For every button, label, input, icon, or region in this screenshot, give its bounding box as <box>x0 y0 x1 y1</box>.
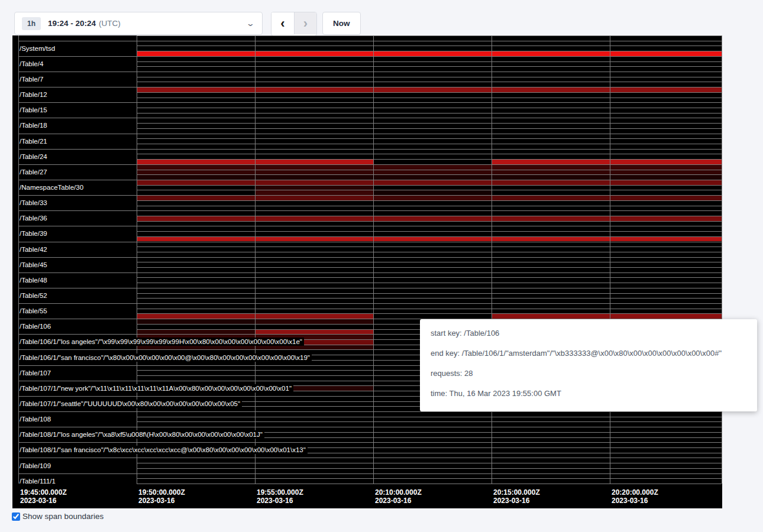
now-button[interactable]: Now <box>322 12 361 35</box>
heatmap-cell[interactable] <box>492 51 610 56</box>
heatmap-cell[interactable] <box>256 237 373 242</box>
heatmap-cell[interactable] <box>374 170 492 175</box>
row-label: /Table/45 <box>19 261 49 269</box>
grid-line <box>18 118 722 118</box>
heatmap-cell[interactable] <box>492 165 610 170</box>
heatmap-cell[interactable] <box>492 87 610 92</box>
heatmap-cell[interactable] <box>137 180 255 185</box>
tooltip-time: time: Thu, 16 Mar 2023 19:55:00 GMT <box>431 388 746 400</box>
heatmap-cell[interactable] <box>256 216 373 221</box>
next-range-button[interactable]: › <box>294 12 316 34</box>
grid-line <box>137 298 722 299</box>
heatmap-cell[interactable] <box>256 190 373 195</box>
heatmap-cell[interactable] <box>137 160 255 164</box>
row-label: /Table/106/1/"san francisco"/"\x80\x00\x… <box>19 353 312 362</box>
heatmap-cell[interactable] <box>374 175 492 180</box>
grid-line <box>137 35 137 484</box>
grid-line <box>18 41 722 41</box>
row-label: /Table/21 <box>19 137 49 145</box>
heatmap-cell[interactable] <box>137 175 255 180</box>
heatmap-cell[interactable] <box>256 319 373 324</box>
grid-line <box>137 417 722 417</box>
heatmap-cell[interactable] <box>256 160 373 164</box>
heatmap-cell[interactable] <box>610 180 722 185</box>
heatmap-cell[interactable] <box>137 87 255 92</box>
heatmap-cell[interactable] <box>137 165 255 170</box>
heatmap-cell[interactable] <box>374 180 492 185</box>
grid-line <box>137 92 722 93</box>
x-axis-tick: 19:55:00.000Z2023-03-16 <box>257 488 303 505</box>
heatmap-cell[interactable] <box>492 180 610 185</box>
heatmap-cell[interactable] <box>610 314 722 319</box>
heatmap-cell[interactable] <box>256 87 373 92</box>
grid-line <box>137 421 722 422</box>
duration-badge: 1h <box>22 17 41 30</box>
heatmap-cell[interactable] <box>492 196 610 200</box>
heatmap-cell[interactable] <box>610 87 722 92</box>
heatmap-cell[interactable] <box>256 180 373 185</box>
heatmap-cell[interactable] <box>137 216 255 221</box>
heatmap-cell[interactable] <box>610 165 722 170</box>
key-visualizer-canvas[interactable]: /System/tsd/Table/4/Table/7/Table/12/Tab… <box>12 35 722 508</box>
heatmap-cell[interactable] <box>492 216 610 221</box>
heatmap-cell[interactable] <box>610 170 722 175</box>
heatmap-cell[interactable] <box>137 314 255 319</box>
heatmap-cell[interactable] <box>137 237 255 242</box>
show-span-boundaries-checkbox[interactable] <box>12 512 20 521</box>
grid-line <box>18 102 722 103</box>
grid-line <box>137 154 722 154</box>
heatmap-cell[interactable] <box>374 87 492 92</box>
heatmap-cell[interactable] <box>137 330 255 335</box>
heatmap-cell[interactable] <box>492 175 610 180</box>
heatmap-cell[interactable] <box>374 51 492 56</box>
heatmap-cell[interactable] <box>256 51 373 56</box>
heatmap-cell[interactable] <box>374 165 492 170</box>
heatmap-cell[interactable] <box>256 330 373 335</box>
heatmap-cell[interactable] <box>374 196 492 200</box>
x-axis-tick: 20:20:00.000Z2023-03-16 <box>612 488 658 505</box>
heatmap-cell[interactable] <box>256 186 373 190</box>
grid-line <box>137 185 722 186</box>
row-label: /Table/108 <box>19 415 53 423</box>
heatmap-cell[interactable] <box>374 237 492 242</box>
row-label: /Table/18 <box>19 121 49 129</box>
heatmap-cell[interactable] <box>256 314 373 319</box>
heatmap-cell[interactable] <box>137 319 255 324</box>
row-label: /Table/39 <box>19 229 49 238</box>
prev-range-button[interactable]: ‹ <box>271 12 294 34</box>
chevron-down-icon: ⌄ <box>246 19 255 28</box>
heatmap-cell[interactable] <box>256 170 373 175</box>
heatmap-cell[interactable] <box>610 196 722 200</box>
tooltip-start-key: start key: /Table/106 <box>431 327 746 339</box>
heatmap-cell[interactable] <box>610 216 722 221</box>
grid-line <box>255 35 256 484</box>
heatmap-cell[interactable] <box>256 165 373 170</box>
hover-tooltip: start key: /Table/106 end key: /Table/10… <box>420 319 757 411</box>
heatmap-cell[interactable] <box>610 160 722 164</box>
heatmap-cell[interactable] <box>492 170 610 175</box>
heatmap-cell[interactable] <box>374 216 492 221</box>
row-label: /Table/107 <box>19 369 53 377</box>
grid-line <box>18 134 722 134</box>
time-range-timezone: (UTC) <box>99 19 121 28</box>
heatmap-cell[interactable] <box>492 314 610 319</box>
row-label: /Table/36 <box>19 214 49 222</box>
heatmap-cell[interactable] <box>256 196 373 200</box>
row-label: /Table/108/1/"san francisco"/"\x8c\xcc\x… <box>19 446 308 454</box>
heatmap-cell[interactable] <box>610 237 722 242</box>
grid-line <box>137 77 722 77</box>
heatmap-cell[interactable] <box>137 170 255 175</box>
heatmap-cell[interactable] <box>137 51 255 56</box>
heatmap-cell[interactable] <box>610 51 722 56</box>
grid-line <box>18 411 722 412</box>
heatmap-cell[interactable] <box>492 237 610 242</box>
heatmap-cell[interactable] <box>492 160 610 164</box>
heatmap-cell[interactable] <box>374 190 492 195</box>
heatmap-cell[interactable] <box>137 196 255 200</box>
heatmap-cell[interactable] <box>256 175 373 180</box>
heatmap-cell[interactable] <box>610 175 722 180</box>
tooltip-requests: requests: 28 <box>431 368 746 379</box>
grid-line <box>18 473 722 474</box>
time-range-select[interactable]: 1h 19:24 - 20:24 (UTC) ⌄ <box>14 12 263 35</box>
grid-line <box>18 242 722 242</box>
